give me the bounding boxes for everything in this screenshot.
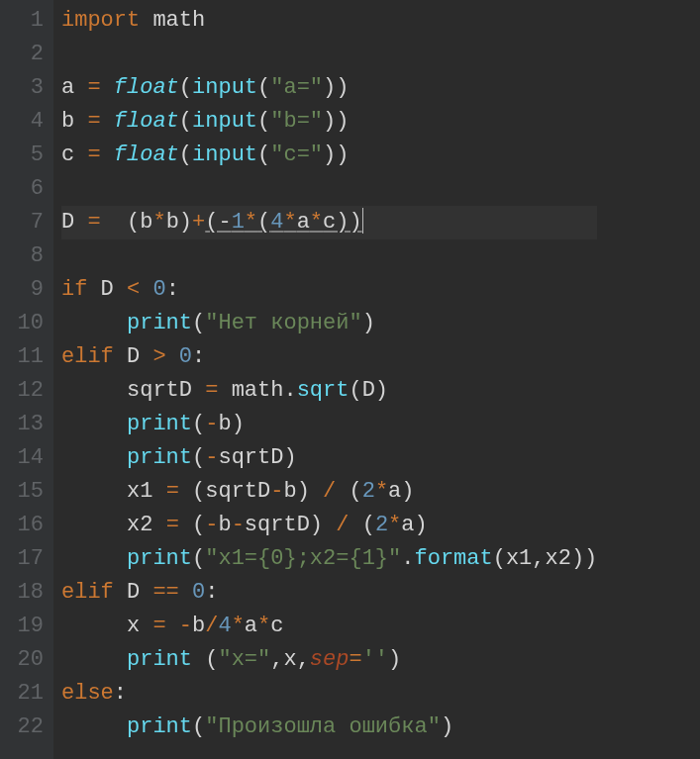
- code-line[interactable]: print("Произошла ошибка"): [61, 711, 597, 744]
- token: *: [245, 210, 257, 235]
- token: else: [61, 681, 114, 706]
- token: '': [362, 647, 388, 672]
- token: "a=": [270, 75, 323, 100]
- token: )): [323, 142, 349, 167]
- token: (: [179, 142, 192, 167]
- code-line[interactable]: [61, 38, 597, 71]
- token: *: [152, 210, 165, 235]
- line-number: 10: [0, 307, 44, 340]
- token: ==: [152, 580, 178, 605]
- token: /: [205, 614, 218, 638]
- code-line[interactable]: if D < 0:: [61, 273, 597, 307]
- token: float: [114, 109, 179, 134]
- token: (-: [205, 210, 231, 235]
- code-line[interactable]: print("Нет корней"): [61, 307, 597, 340]
- code-line[interactable]: print(-sqrtD): [61, 441, 597, 475]
- code-line[interactable]: else:: [61, 677, 597, 711]
- token: 0: [152, 277, 165, 302]
- token: (: [192, 546, 205, 571]
- line-number: 7: [0, 206, 44, 239]
- token: 2: [362, 479, 375, 504]
- line-number: 3: [0, 71, 44, 105]
- token: sqrtD): [245, 513, 336, 537]
- token: print: [127, 412, 192, 436]
- token: input: [192, 75, 257, 100]
- token: =: [349, 647, 361, 672]
- token: "x1={0};x2={1}": [205, 546, 401, 571]
- line-number: 5: [0, 139, 44, 172]
- token: (: [179, 513, 205, 537]
- token: c: [270, 614, 283, 638]
- token: c)): [323, 210, 362, 235]
- token: "Нет корней": [205, 311, 361, 335]
- token: ): [362, 311, 375, 335]
- code-line[interactable]: sqrtD = math.sqrt(D): [61, 374, 597, 408]
- token: *: [375, 479, 388, 504]
- token: elif: [61, 344, 114, 369]
- token: (: [179, 75, 192, 100]
- token: a: [297, 210, 310, 235]
- token: :: [166, 277, 179, 302]
- token: -: [205, 513, 218, 537]
- code-line[interactable]: a = float(input("a=")): [61, 71, 597, 105]
- token: [179, 580, 192, 605]
- token: math.: [218, 378, 296, 403]
- code-line[interactable]: x = -b/4*a*c: [61, 610, 597, 643]
- token: (: [179, 109, 192, 134]
- code-editor: 12345678910111213141516171819202122 impo…: [0, 0, 700, 759]
- token: x: [61, 614, 152, 638]
- token: input: [192, 142, 257, 167]
- code-line[interactable]: D = (b*b)+(-1*(4*a*c)): [61, 206, 597, 239]
- token: 1: [232, 210, 245, 235]
- token: "Произошла ошибка": [205, 714, 441, 739]
- token: =: [87, 210, 100, 235]
- token: -: [270, 479, 283, 504]
- token: (: [336, 479, 361, 504]
- code-area[interactable]: import matha = float(input("a="))b = flo…: [53, 0, 597, 759]
- code-line[interactable]: b = float(input("b=")): [61, 105, 597, 139]
- code-line[interactable]: x2 = (-b-sqrtD) / (2*a): [61, 509, 597, 542]
- token: [140, 277, 152, 302]
- token: (: [192, 714, 205, 739]
- token: a): [401, 513, 427, 537]
- token: a: [61, 75, 87, 100]
- code-line[interactable]: elif D == 0:: [61, 576, 597, 610]
- token: (x1,x2)): [493, 546, 598, 571]
- token: [101, 75, 114, 100]
- token: [61, 311, 127, 335]
- line-number: 12: [0, 374, 44, 408]
- code-line[interactable]: print("x1={0};x2={1}".format(x1,x2)): [61, 542, 597, 576]
- token: b: [192, 614, 205, 638]
- token: (sqrtD: [179, 479, 270, 504]
- token: )): [323, 75, 349, 100]
- token: import: [61, 8, 140, 33]
- line-number: 22: [0, 711, 44, 744]
- code-line[interactable]: print ("x=",x,sep=''): [61, 643, 597, 677]
- line-number: 11: [0, 340, 44, 374]
- token: [61, 445, 127, 470]
- token: ): [388, 647, 401, 672]
- code-line[interactable]: import math: [61, 4, 597, 38]
- token: (: [192, 647, 218, 672]
- token: (: [349, 513, 374, 537]
- token: /: [323, 479, 336, 504]
- code-line[interactable]: [61, 239, 597, 273]
- line-number: 21: [0, 677, 44, 711]
- token: a: [245, 614, 257, 638]
- token: ,x,: [270, 647, 310, 672]
- code-line[interactable]: c = float(input("c=")): [61, 139, 597, 172]
- line-number: 2: [0, 38, 44, 71]
- token: *: [232, 614, 245, 638]
- code-line[interactable]: x1 = (sqrtD-b) / (2*a): [61, 475, 597, 509]
- token: float: [114, 142, 179, 167]
- token: D: [114, 344, 153, 369]
- line-number: 1: [0, 4, 44, 38]
- token: (: [257, 142, 270, 167]
- line-number: 8: [0, 239, 44, 273]
- line-number: 6: [0, 172, 44, 206]
- token: =: [166, 479, 179, 504]
- code-line[interactable]: print(-b): [61, 408, 597, 441]
- token: math: [140, 8, 205, 33]
- code-line[interactable]: elif D > 0:: [61, 340, 597, 374]
- code-line[interactable]: [61, 172, 597, 206]
